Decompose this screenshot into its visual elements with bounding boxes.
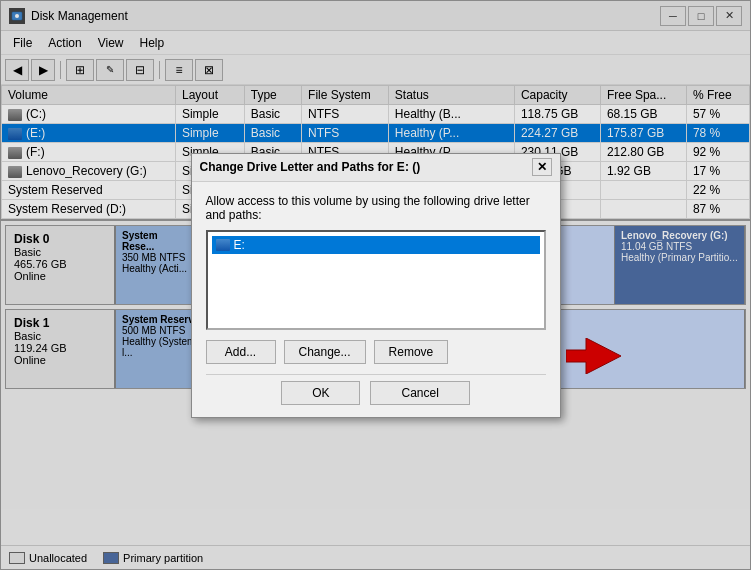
modal-title-bar: Change Drive Letter and Paths for E: () … — [192, 154, 560, 182]
remove-button[interactable]: Remove — [374, 340, 449, 364]
modal-close-button[interactable]: ✕ — [532, 158, 552, 176]
listbox-item-label: E: — [234, 238, 245, 252]
modal-body: Allow access to this volume by using the… — [192, 182, 560, 417]
listbox-item[interactable]: E: — [212, 236, 540, 254]
modal-listbox[interactable]: E: — [206, 230, 546, 330]
listbox-drive-icon — [216, 239, 230, 251]
modal-buttons-row: Add... Change... Remove — [206, 340, 546, 364]
modal-description: Allow access to this volume by using the… — [206, 194, 546, 222]
modal-ok-cancel-row: OK Cancel — [206, 374, 546, 405]
modal-title: Change Drive Letter and Paths for E: () — [200, 160, 532, 174]
modal-container: Change Drive Letter and Paths for E: () … — [191, 153, 561, 418]
modal-overlay: Change Drive Letter and Paths for E: () … — [0, 0, 751, 570]
svg-marker-2 — [566, 338, 621, 374]
cancel-button[interactable]: Cancel — [370, 381, 469, 405]
red-arrow-indicator — [566, 338, 621, 374]
ok-button[interactable]: OK — [281, 381, 360, 405]
add-button[interactable]: Add... — [206, 340, 276, 364]
change-button[interactable]: Change... — [284, 340, 366, 364]
modal-dialog: Change Drive Letter and Paths for E: () … — [191, 153, 561, 418]
